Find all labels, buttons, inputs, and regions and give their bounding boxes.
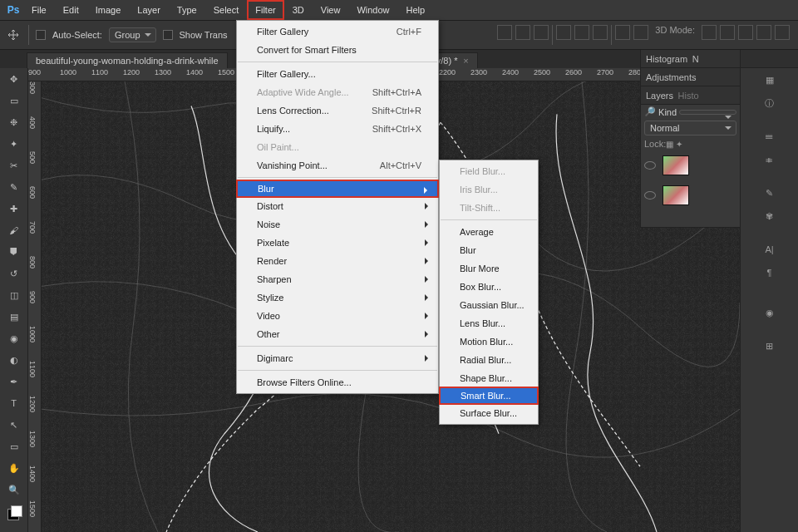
tool-shape[interactable]: ▭: [4, 437, 24, 456]
align-icon[interactable]: [497, 25, 512, 40]
paragraph-icon[interactable]: ⩨: [741, 148, 798, 171]
align-icon[interactable]: [534, 25, 549, 40]
align-icon[interactable]: [515, 25, 530, 40]
filter-blur[interactable]: Blur: [236, 180, 439, 198]
3d-icon[interactable]: [702, 25, 717, 40]
filter-item[interactable]: Lens Correction...Shift+Ctrl+R: [237, 101, 438, 120]
menu-file[interactable]: File: [23, 0, 55, 20]
dist-icon[interactable]: [633, 25, 648, 40]
tab-layers[interactable]: Layers: [646, 91, 673, 101]
document-tab[interactable]: beautiful-young-woman-holding-a-drink-wh…: [27, 52, 228, 68]
align-icon[interactable]: [556, 25, 571, 40]
3d-icon[interactable]: [738, 25, 753, 40]
filter-item[interactable]: Liquify...Shift+Ctrl+X: [237, 120, 438, 138]
3d-icon[interactable]: [720, 25, 735, 40]
layer-row[interactable]: [641, 150, 740, 180]
tool-eyedropper[interactable]: ✎: [4, 178, 24, 196]
browse-filters-online[interactable]: Browse Filters Online...: [237, 373, 438, 392]
info-icon[interactable]: ⓘ: [741, 91, 798, 115]
tool-hand[interactable]: ✋: [4, 459, 24, 477]
kind-filter[interactable]: [679, 110, 736, 115]
blur-shape-blur-[interactable]: Shape Blur...: [440, 369, 538, 387]
blur-gaussian-blur-[interactable]: Gaussian Blur...: [440, 296, 538, 314]
menu-edit[interactable]: Edit: [55, 0, 87, 20]
brush-icon[interactable]: ✎: [741, 181, 798, 204]
clone-icon[interactable]: ✾: [741, 204, 798, 228]
tab-navigator[interactable]: N: [692, 54, 699, 64]
timeline-icon[interactable]: ⊞: [741, 334, 798, 357]
group-select[interactable]: Group: [109, 27, 156, 42]
blur-blur[interactable]: Blur: [440, 241, 538, 259]
blur-smart-blur-[interactable]: Smart Blur...: [439, 387, 539, 405]
tool-patch[interactable]: ✚: [4, 200, 24, 218]
3d-icon[interactable]: [756, 25, 771, 40]
dist-icon[interactable]: [615, 25, 630, 40]
move-tool-icon[interactable]: [5, 27, 22, 43]
filter-distort[interactable]: Distort: [237, 197, 438, 215]
filter-pixelate[interactable]: Pixelate: [237, 234, 438, 252]
align-icon[interactable]: [593, 25, 608, 40]
filter-render[interactable]: Render: [237, 252, 438, 270]
align-icon[interactable]: [574, 25, 589, 40]
swatches-icon[interactable]: ▦: [741, 68, 798, 91]
filter-video[interactable]: Video: [237, 307, 438, 325]
tab-histogram[interactable]: Histogram: [646, 54, 687, 64]
para-icon[interactable]: ¶: [741, 261, 798, 284]
blur-box-blur-[interactable]: Box Blur...: [440, 278, 538, 296]
char-icon[interactable]: ⩸: [741, 125, 798, 148]
filter-sharpen[interactable]: Sharpen: [237, 270, 438, 288]
tab-history[interactable]: Histo: [678, 91, 699, 101]
filter-item[interactable]: Filter Gallery...: [237, 65, 438, 83]
menu-3d[interactable]: 3D: [284, 0, 313, 20]
filter-other[interactable]: Other: [237, 325, 438, 343]
tool-eraser[interactable]: ◫: [4, 286, 24, 304]
close-tab-icon[interactable]: ×: [463, 56, 468, 66]
filter-noise[interactable]: Noise: [237, 215, 438, 234]
menu-filter[interactable]: Filter: [247, 0, 283, 20]
digimarc[interactable]: Digimarc: [237, 349, 438, 367]
type-icon[interactable]: A|: [741, 238, 798, 261]
visibility-icon[interactable]: [644, 191, 656, 200]
auto-select-checkbox[interactable]: [36, 30, 46, 40]
tool-gradient[interactable]: ▤: [4, 308, 24, 326]
blur-blur-more[interactable]: Blur More: [440, 259, 538, 278]
tool-dodge[interactable]: ◐: [4, 351, 24, 369]
blur-lens-blur-[interactable]: Lens Blur...: [440, 314, 538, 332]
blend-mode[interactable]: Normal: [644, 121, 736, 135]
tool-crop[interactable]: ✂: [4, 156, 24, 175]
visibility-icon[interactable]: [644, 161, 656, 170]
tool-zoom[interactable]: 🔍: [4, 480, 24, 499]
blur-average[interactable]: Average: [440, 223, 538, 241]
tool-wand[interactable]: ✦: [4, 135, 24, 153]
3d-icon[interactable]: [775, 25, 790, 40]
3d-icon[interactable]: ◉: [741, 301, 798, 324]
menu-select[interactable]: Select: [205, 0, 248, 20]
tool-history[interactable]: ↺: [4, 264, 24, 283]
tool-stamp[interactable]: ⛊: [4, 243, 24, 261]
menu-layer[interactable]: Layer: [129, 0, 169, 20]
layer-row[interactable]: [641, 180, 740, 210]
blur-motion-blur-[interactable]: Motion Blur...: [440, 332, 538, 351]
filter-gallery-last[interactable]: Filter GalleryCtrl+F: [237, 22, 438, 41]
tool-pen[interactable]: ✒: [4, 372, 24, 391]
color-swatches[interactable]: [6, 507, 22, 520]
menu-window[interactable]: Window: [348, 0, 397, 20]
menu-image[interactable]: Image: [87, 0, 130, 20]
tool-type[interactable]: T: [4, 394, 24, 412]
blur-surface-blur-[interactable]: Surface Blur...: [440, 404, 538, 422]
filter-stylize[interactable]: Stylize: [237, 288, 438, 307]
show-transform-checkbox[interactable]: [163, 30, 173, 40]
tool-marquee[interactable]: ▭: [4, 91, 24, 110]
tab-adjustments[interactable]: Adjustments: [646, 72, 697, 82]
menu-help[interactable]: Help: [398, 0, 434, 20]
tool-lasso[interactable]: ❉: [4, 113, 24, 131]
tool-move[interactable]: ✥: [4, 70, 24, 88]
filter-item[interactable]: Vanishing Point...Alt+Ctrl+V: [237, 156, 438, 175]
tool-blur[interactable]: ◉: [4, 329, 24, 347]
blur-radial-blur-[interactable]: Radial Blur...: [440, 351, 538, 369]
menu-type[interactable]: Type: [169, 0, 205, 20]
menu-view[interactable]: View: [313, 0, 349, 20]
convert-smart-filters[interactable]: Convert for Smart Filters: [237, 41, 438, 59]
tool-brush[interactable]: 🖌: [4, 221, 24, 239]
tool-path[interactable]: ↖: [4, 416, 24, 434]
